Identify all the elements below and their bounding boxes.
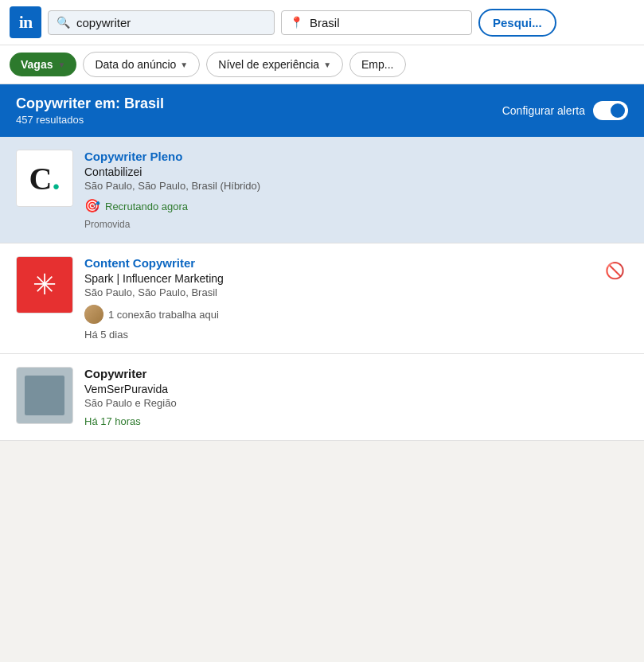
spark-star-icon: ✳ — [33, 268, 57, 302]
emp-filter-button[interactable]: Emp... — [349, 52, 405, 77]
contabilizei-logo: C. — [17, 150, 72, 206]
job-meta-2: 1 conexão trabalha aqui — [84, 305, 591, 324]
vemser-inner — [25, 376, 64, 415]
company-logo-3 — [16, 367, 73, 424]
search-input[interactable] — [76, 16, 266, 29]
job-info-3: Copywriter VemSerPuravida São Paulo e Re… — [84, 367, 628, 427]
vagas-label: Vagas — [21, 58, 53, 71]
alert-section: Configurar alerta — [502, 101, 628, 120]
job-location-1: São Paulo, São Paulo, Brasil (Híbrido) — [84, 180, 628, 192]
job-company-3: VemSerPuravida — [84, 383, 628, 395]
hide-icon: 🚫 — [605, 262, 625, 279]
job-location-3: São Paulo e Região — [84, 397, 628, 409]
results-info: Copywriter em: Brasil 457 resultados — [16, 95, 164, 126]
date-chevron-icon: ▼ — [180, 60, 188, 69]
job-card-3[interactable]: Copywriter VemSerPuravida São Paulo e Re… — [0, 354, 644, 441]
job-age-3: Há 17 horas — [84, 415, 628, 427]
location-input[interactable] — [310, 16, 463, 29]
job-company-1: Contabilizei — [84, 166, 628, 178]
job-title-1[interactable]: Copywriter Pleno — [84, 150, 628, 163]
jobs-container: C. Copywriter Pleno Contabilizei São Pau… — [0, 137, 644, 441]
job-info-1: Copywriter Pleno Contabilizei São Paulo,… — [84, 150, 628, 230]
job-age-2: Há 5 dias — [84, 329, 591, 341]
connection-avatar-2 — [84, 305, 103, 324]
promoted-tag-1: Promovida — [84, 219, 628, 230]
alert-toggle[interactable] — [593, 101, 628, 120]
job-actions-2: 🚫 — [602, 256, 628, 341]
badge-text-1: Recrutando agora — [105, 201, 188, 212]
results-header: Copywriter em: Brasil 457 resultados Con… — [0, 84, 644, 137]
experience-filter-label: Nível de experiência — [218, 58, 319, 71]
emp-filter-label: Emp... — [361, 58, 393, 71]
filter-bar: Vagas ▼ Data do anúncio ▼ Nível de exper… — [0, 45, 644, 84]
search-box: 🔍 — [48, 10, 275, 35]
job-info-2: Content Copywriter Spark | Influencer Ma… — [84, 256, 591, 341]
spark-logo: ✳ — [17, 257, 72, 313]
linkedin-logo-text: in — [19, 12, 32, 33]
experience-filter-button[interactable]: Nível de experiência ▼ — [206, 52, 343, 77]
job-card-2[interactable]: ✳ Content Copywriter Spark | Influencer … — [0, 243, 644, 354]
connection-text-2: 1 conexão trabalha aqui — [108, 309, 219, 321]
search-icon: 🔍 — [57, 16, 70, 29]
hide-job-button-2[interactable]: 🚫 — [602, 258, 628, 283]
logo-dot: . — [52, 160, 60, 197]
avatar-img — [84, 305, 103, 324]
job-company-2: Spark | Influencer Marketing — [84, 272, 591, 285]
linkedin-logo[interactable]: in — [10, 6, 41, 38]
vagas-chevron-icon: ▼ — [57, 60, 65, 69]
location-box: 📍 — [281, 10, 472, 35]
company-logo-1: C. — [16, 150, 73, 207]
experience-chevron-icon: ▼ — [323, 60, 331, 69]
results-title: Copywriter em: Brasil — [16, 95, 164, 112]
vemser-logo — [17, 368, 72, 423]
job-badge-1: 🎯 Recrutando agora — [84, 198, 628, 214]
header: in 🔍 📍 Pesqui... — [0, 0, 644, 45]
location-pin-icon: 📍 — [290, 16, 303, 29]
job-location-2: São Paulo, São Paulo, Brasil — [84, 286, 591, 298]
date-filter-button[interactable]: Data do anúncio ▼ — [83, 52, 200, 77]
results-count: 457 resultados — [16, 114, 164, 126]
company-logo-2: ✳ — [16, 256, 73, 313]
job-title-3[interactable]: Copywriter — [84, 367, 628, 380]
job-card-1[interactable]: C. Copywriter Pleno Contabilizei São Pau… — [0, 137, 644, 243]
pesquisar-button[interactable]: Pesqui... — [478, 9, 556, 37]
toggle-track — [593, 101, 628, 120]
vagas-filter-button[interactable]: Vagas ▼ — [10, 53, 76, 76]
date-filter-label: Data do anúncio — [95, 58, 176, 71]
toggle-thumb — [611, 103, 625, 118]
recruiting-icon: 🎯 — [84, 198, 100, 214]
job-title-2[interactable]: Content Copywriter — [84, 256, 591, 270]
alert-label: Configurar alerta — [502, 104, 585, 117]
